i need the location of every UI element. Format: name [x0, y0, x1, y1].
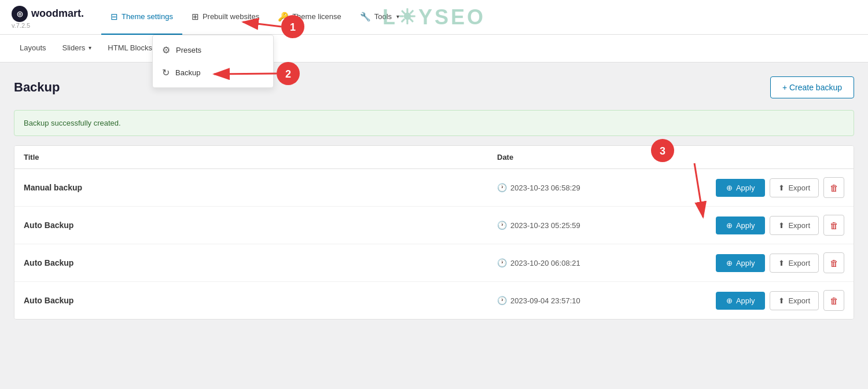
nav-item-prebuilt[interactable]: ⊞ Prebuilt websites — [182, 0, 269, 35]
main-content: Backup + Create backup Backup successful… — [0, 63, 868, 389]
clock-icon: 🕐 — [497, 296, 507, 305]
apply-button-3[interactable]: ⊕ Apply — [716, 254, 766, 272]
row-4-title: Auto Backup — [24, 296, 497, 305]
row-1-actions: ⊕ Apply ⬆ Export 🗑 — [671, 177, 844, 198]
col-actions — [671, 153, 844, 162]
logo-icon: ◎ — [12, 6, 28, 22]
export-button-4[interactable]: ⬆ Export — [770, 291, 819, 310]
clock-icon: 🕐 — [497, 183, 507, 192]
export-button-2[interactable]: ⬆ Export — [770, 216, 819, 235]
table-row: Auto Backup 🕐 2023-10-20 06:08:21 ⊕ Appl… — [14, 244, 854, 282]
row-1-date: 🕐 2023-10-23 06:58:29 — [497, 183, 671, 192]
backup-icon: ↻ — [162, 67, 170, 78]
row-4-date: 🕐 2023-09-04 23:57:10 — [497, 296, 671, 305]
logo-text: ◎ woodmart. — [12, 6, 84, 22]
clock-icon: 🕐 — [497, 221, 507, 230]
nav-items: ⊟ Theme settings ⊞ Prebuilt websites 🔑 T… — [101, 0, 856, 35]
table-header: Title Date — [14, 146, 854, 169]
export-label-4: Export — [788, 296, 810, 305]
key-icon: 🔑 — [278, 12, 289, 22]
export-icon-4: ⬆ — [778, 296, 785, 305]
apply-icon-1: ⊕ — [726, 184, 733, 192]
page-header: Backup + Create backup — [14, 76, 854, 98]
col-date: Date — [497, 153, 671, 162]
html-blocks-label: HTML Blocks — [108, 43, 152, 52]
dropdown-item-presets[interactable]: ⚙ Presets — [153, 39, 273, 61]
dropdown-backup-label: Backup — [175, 68, 200, 77]
apply-label-3: Apply — [736, 259, 755, 267]
export-icon-3: ⬆ — [778, 259, 785, 267]
export-label-2: Export — [788, 221, 810, 230]
apply-icon-2: ⊕ — [726, 221, 733, 230]
logo-area: ◎ woodmart. v.7.2.5 — [12, 6, 84, 29]
export-label-3: Export — [788, 259, 810, 267]
dropdown-presets-label: Presets — [176, 46, 201, 54]
table-row: Auto Backup 🕐 2023-10-23 05:25:59 ⊕ Appl… — [14, 207, 854, 244]
nav-item-tools[interactable]: 🔧 Tools ▾ — [351, 0, 409, 35]
sliders-icon: ⊟ — [111, 12, 118, 22]
row-3-actions: ⊕ Apply ⬆ Export 🗑 — [671, 252, 844, 273]
trash-icon-3: 🗑 — [830, 258, 838, 268]
row-4-date-value: 2023-09-04 23:57:10 — [510, 296, 580, 305]
row-2-title: Auto Backup — [24, 221, 497, 230]
table-row: Manual backup 🕐 2023-10-23 06:58:29 ⊕ Ap… — [14, 169, 854, 207]
export-button-3[interactable]: ⬆ Export — [770, 254, 819, 273]
secondary-nav: Layouts Sliders ▾ HTML Blocks ▾ Sidebars… — [0, 35, 868, 63]
export-button-1[interactable]: ⬆ Export — [770, 178, 819, 197]
trash-icon-4: 🗑 — [830, 296, 838, 306]
apply-button-1[interactable]: ⊕ Apply — [716, 179, 766, 197]
nav-tools-label: Tools — [374, 12, 392, 21]
page-title: Backup — [14, 80, 60, 95]
success-message: Backup successfully created. — [14, 110, 854, 136]
apply-label-2: Apply — [736, 221, 755, 230]
sec-nav-sliders[interactable]: Sliders ▾ — [54, 35, 100, 63]
apply-button-2[interactable]: ⊕ Apply — [716, 216, 766, 234]
delete-button-4[interactable]: 🗑 — [823, 290, 844, 311]
sliders-label: Sliders — [62, 43, 86, 52]
sec-nav-layouts[interactable]: Layouts — [12, 35, 54, 63]
create-backup-button[interactable]: + Create backup — [770, 76, 854, 98]
delete-button-1[interactable]: 🗑 — [823, 177, 844, 198]
layouts-label: Layouts — [20, 43, 46, 52]
nav-license-label: Theme license — [292, 12, 341, 21]
row-1-date-value: 2023-10-23 06:58:29 — [510, 184, 580, 192]
sliders-chevron-icon: ▾ — [89, 45, 91, 51]
row-1-title: Manual backup — [24, 183, 497, 192]
presets-icon: ⚙ — [162, 45, 170, 56]
delete-button-2[interactable]: 🗑 — [823, 215, 844, 236]
col-title: Title — [24, 153, 497, 162]
row-2-date: 🕐 2023-10-23 05:25:59 — [497, 221, 671, 230]
export-icon-2: ⬆ — [778, 221, 785, 230]
top-nav: ◎ woodmart. v.7.2.5 ⊟ Theme settings ⊞ P… — [0, 0, 868, 35]
row-3-date: 🕐 2023-10-20 06:08:21 — [497, 258, 671, 267]
nav-item-theme-settings[interactable]: ⊟ Theme settings — [101, 0, 182, 35]
trash-icon-1: 🗑 — [830, 183, 838, 193]
apply-icon-4: ⊕ — [726, 296, 733, 305]
logo-version: v.7.2.5 — [12, 22, 84, 29]
dropdown-item-backup[interactable]: ↻ Backup — [153, 61, 273, 84]
row-3-date-value: 2023-10-20 06:08:21 — [510, 259, 580, 267]
tools-icon: 🔧 — [360, 12, 371, 22]
apply-button-4[interactable]: ⊕ Apply — [716, 292, 766, 310]
apply-label-4: Apply — [736, 296, 755, 305]
grid-icon: ⊞ — [192, 12, 199, 22]
table-row: Auto Backup 🕐 2023-09-04 23:57:10 ⊕ Appl… — [14, 282, 854, 319]
theme-settings-dropdown: ⚙ Presets ↻ Backup — [152, 35, 274, 88]
export-icon-1: ⬆ — [778, 184, 785, 192]
nav-item-license[interactable]: 🔑 Theme license — [269, 0, 351, 35]
clock-icon: 🕐 — [497, 258, 507, 267]
delete-button-3[interactable]: 🗑 — [823, 252, 844, 273]
nav-prebuilt-label: Prebuilt websites — [203, 12, 259, 21]
row-2-actions: ⊕ Apply ⬆ Export 🗑 — [671, 215, 844, 236]
apply-label-1: Apply — [736, 184, 755, 192]
row-4-actions: ⊕ Apply ⬆ Export 🗑 — [671, 290, 844, 311]
nav-theme-settings-label: Theme settings — [122, 12, 173, 21]
trash-icon-2: 🗑 — [830, 221, 838, 230]
backup-table: Title Date Manual backup 🕐 2023-10-23 06… — [14, 145, 854, 320]
logo-name: woodmart. — [31, 8, 84, 20]
chevron-down-icon: ▾ — [396, 13, 399, 20]
export-label-1: Export — [788, 184, 810, 192]
row-2-date-value: 2023-10-23 05:25:59 — [510, 221, 580, 230]
apply-icon-3: ⊕ — [726, 259, 733, 267]
row-3-title: Auto Backup — [24, 258, 497, 267]
